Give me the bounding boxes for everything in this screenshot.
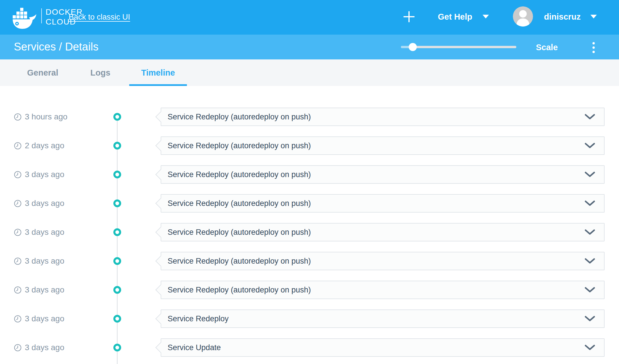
chevron-down-icon[interactable] [584, 114, 595, 120]
clock-icon [14, 171, 22, 179]
scale-slider-handle[interactable] [409, 43, 417, 51]
timeline-dot [113, 344, 121, 352]
get-help-caret-down-icon[interactable] [483, 15, 489, 18]
chevron-down-icon[interactable] [584, 316, 595, 322]
chevron-down-icon[interactable] [584, 287, 595, 293]
timeline-row: 2 days ago Service Redeploy (autoredeplo… [0, 131, 619, 160]
event-time-label: 3 days ago [25, 343, 64, 352]
timeline-row: 3 days ago Service Redeploy (autoredeplo… [0, 247, 619, 275]
event-title: Service Redeploy (autoredeploy on push) [168, 228, 311, 237]
event-timestamp: 2 days ago [14, 141, 64, 150]
logo-divider [41, 8, 42, 23]
event-card[interactable]: Service Redeploy (autoredeploy on push) [161, 165, 605, 184]
username-button[interactable]: diniscruz [544, 12, 581, 22]
event-time-label: 3 days ago [25, 256, 64, 266]
timeline-dot [113, 171, 121, 179]
scale-button[interactable]: Scale [536, 43, 558, 52]
chevron-down-icon[interactable] [584, 229, 595, 235]
vertical-ellipsis-icon[interactable] [592, 42, 595, 54]
timeline-row: 3 hours ago Service Redeploy (autoredepl… [0, 102, 619, 131]
clock-icon [14, 315, 22, 323]
event-timestamp: 3 days ago [14, 285, 64, 294]
event-time-label: 3 days ago [25, 199, 64, 208]
event-time-label: 3 days ago [25, 228, 64, 237]
event-title: Service Redeploy (autoredeploy on push) [168, 257, 311, 266]
timeline-row: 3 days ago Service Redeploy (autoredeplo… [0, 275, 619, 304]
card-left-notch [155, 342, 166, 353]
clock-icon [14, 113, 22, 121]
tab-general[interactable]: General [14, 59, 72, 86]
event-title: Service Redeploy (autoredeploy on push) [168, 141, 311, 150]
event-card[interactable]: Service Redeploy (autoredeploy on push) [161, 108, 605, 126]
timeline-panel: 3 hours ago Service Redeploy (autoredepl… [0, 86, 619, 364]
card-left-notch [155, 112, 166, 122]
event-card[interactable]: Service Redeploy (autoredeploy on push) [161, 136, 605, 155]
timeline-dot [113, 257, 121, 265]
app-header: DOCKER CLOUD Back to classic UI Get Help… [0, 0, 619, 35]
clock-icon [14, 344, 22, 352]
back-to-classic-ui-link[interactable]: Back to classic UI [69, 13, 130, 22]
event-title: Service Redeploy (autoredeploy on push) [168, 199, 311, 208]
event-title: Service Update [168, 343, 221, 352]
docker-whale-logo[interactable] [13, 6, 37, 31]
timeline-dot [113, 200, 121, 207]
event-title: Service Redeploy (autoredeploy on push) [168, 286, 311, 294]
event-card[interactable]: Service Redeploy [161, 309, 605, 328]
timeline-dot [113, 286, 121, 294]
card-left-notch [155, 227, 166, 238]
get-help-button[interactable]: Get Help [438, 12, 472, 22]
tab-bar: General Logs Timeline [0, 59, 619, 86]
card-left-notch [155, 285, 166, 295]
event-time-label: 3 days ago [25, 285, 64, 294]
timeline-row: 3 days ago Service Redeploy (autoredeplo… [0, 189, 619, 218]
card-left-notch [155, 140, 166, 151]
event-timestamp: 3 days ago [14, 199, 64, 208]
event-timestamp: 3 days ago [14, 228, 64, 237]
user-menu-caret-down-icon[interactable] [590, 15, 597, 18]
event-time-label: 2 days ago [25, 141, 64, 150]
clock-icon [14, 142, 22, 150]
card-left-notch [155, 256, 166, 267]
event-timestamp: 3 days ago [14, 314, 64, 323]
event-title: Service Redeploy [168, 314, 229, 323]
event-card[interactable]: Service Redeploy (autoredeploy on push) [161, 223, 605, 241]
timeline-row: 3 days ago Service Redeploy (autoredeplo… [0, 160, 619, 189]
event-timestamp: 3 hours ago [14, 112, 67, 121]
chevron-down-icon[interactable] [584, 344, 595, 351]
timeline-dot [113, 113, 121, 121]
event-timestamp: 3 days ago [14, 170, 64, 179]
event-title: Service Redeploy (autoredeploy on push) [168, 112, 311, 121]
event-time-label: 3 days ago [25, 170, 64, 179]
timeline-dot [113, 315, 121, 323]
timeline-rows: 3 hours ago Service Redeploy (autoredepl… [0, 86, 619, 362]
timeline-dot [113, 142, 121, 150]
clock-icon [14, 228, 22, 236]
card-left-notch [155, 198, 166, 209]
user-avatar[interactable] [513, 6, 533, 27]
chevron-down-icon[interactable] [584, 142, 595, 149]
event-title: Service Redeploy (autoredeploy on push) [168, 170, 311, 179]
chevron-down-icon[interactable] [584, 258, 595, 264]
event-card[interactable]: Service Update [161, 338, 605, 357]
tab-timeline[interactable]: Timeline [129, 59, 187, 86]
chevron-down-icon[interactable] [584, 200, 595, 207]
clock-icon [14, 257, 22, 265]
scale-slider[interactable] [401, 46, 516, 48]
timeline-dot [113, 228, 121, 236]
event-card[interactable]: Service Redeploy (autoredeploy on push) [161, 252, 605, 270]
event-card[interactable]: Service Redeploy (autoredeploy on push) [161, 194, 605, 213]
clock-icon [14, 286, 22, 294]
event-card[interactable]: Service Redeploy (autoredeploy on push) [161, 281, 605, 299]
event-timestamp: 3 days ago [14, 256, 64, 266]
tab-logs[interactable]: Logs [72, 59, 129, 86]
timeline-row: 3 days ago Service Redeploy (autoredeplo… [0, 218, 619, 247]
event-time-label: 3 days ago [25, 314, 64, 323]
plus-icon[interactable] [403, 10, 415, 24]
chevron-down-icon[interactable] [584, 171, 595, 178]
event-time-label: 3 hours ago [25, 112, 67, 121]
card-left-notch [155, 169, 166, 180]
card-left-notch [155, 314, 166, 324]
page-header: Services / Details Scale [0, 35, 619, 59]
timeline-row: 3 days ago Service Update [0, 333, 619, 362]
page-title: Services / Details [14, 41, 99, 53]
